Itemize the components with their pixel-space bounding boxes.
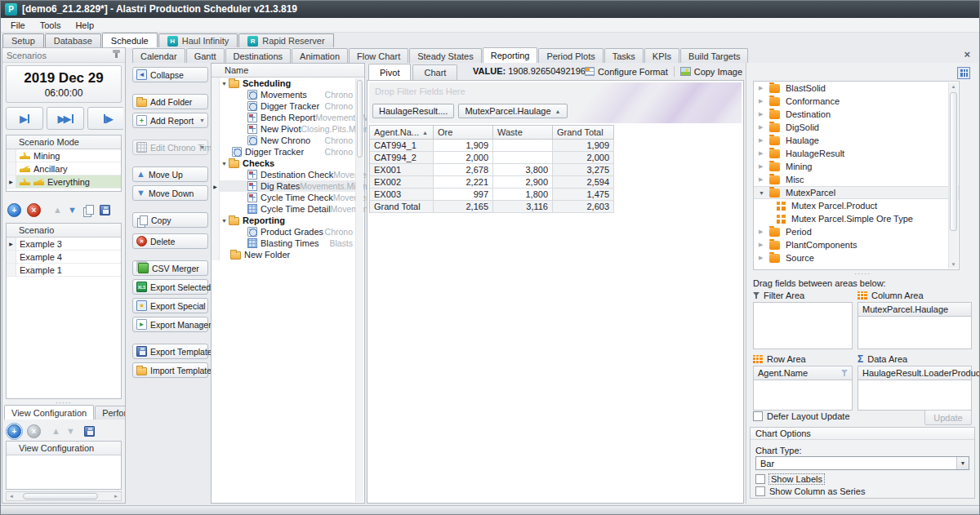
field-folder-plantcomponents[interactable]: ▶PlantComponents: [754, 238, 959, 251]
tree-item-cycle-time-check[interactable]: Cycle Time Check Movements.Mining: [212, 192, 364, 203]
tab-database[interactable]: Database: [45, 33, 101, 47]
tree-item-dig-rates[interactable]: ▶ Dig Rates Movements.Mining: [212, 180, 364, 192]
import-template-button[interactable]: Import Template: [132, 362, 208, 378]
field-folder-mining[interactable]: ▶Mining: [754, 160, 959, 173]
row-area-field-chip[interactable]: Agent.Name: [754, 366, 852, 380]
delete-scenario-button[interactable]: ×: [27, 203, 41, 217]
play-to-end-button[interactable]: ▶: [87, 107, 123, 130]
expand-icon[interactable]: ▶: [759, 229, 769, 235]
expand-icon[interactable]: ▶: [759, 150, 769, 157]
field-folder-misc[interactable]: ▶Misc: [754, 173, 959, 186]
export-selected-button[interactable]: XLSExport Selected: [132, 279, 208, 295]
tab-haul-infinity[interactable]: HHaul Infinity: [158, 33, 238, 47]
save-icon[interactable]: [100, 205, 110, 215]
tab-chart[interactable]: Chart: [412, 64, 457, 80]
tab-performance[interactable]: Performance P: [95, 406, 125, 420]
table-row[interactable]: EX003 997 1,800 1,475: [370, 189, 614, 201]
add-view-button[interactable]: +: [7, 424, 21, 438]
move-down-icon[interactable]: ▼: [66, 427, 75, 436]
chart-type-select[interactable]: Bar ▼: [755, 456, 969, 470]
mode-row-ancillary[interactable]: Ancillary: [7, 162, 121, 175]
expand-icon[interactable]: ▶: [759, 163, 769, 170]
scroll-left-icon[interactable]: ◄: [7, 494, 16, 499]
tab-steady-states[interactable]: Steady States: [409, 48, 482, 63]
field-folder-digsolid[interactable]: ▶DigSolid: [754, 121, 959, 134]
menu-help[interactable]: Help: [68, 18, 101, 32]
edit-chrono-times-button[interactable]: Edit Chrono Times▼: [132, 140, 208, 155]
table-row[interactable]: CAT994_1 1,909 1,909: [370, 140, 614, 152]
tab-flow-chart[interactable]: Flow Chart: [349, 48, 408, 63]
menu-file[interactable]: File: [3, 18, 33, 32]
filter-area-box[interactable]: [753, 302, 853, 349]
tab-kpis[interactable]: KPIs: [644, 48, 679, 63]
tree-header-name[interactable]: Name: [212, 64, 364, 78]
tree-item-bench-report[interactable]: Bench Report Movements.Mining: [212, 112, 364, 123]
tab-destinations[interactable]: Destinations: [225, 48, 292, 63]
field-folder-destination[interactable]: ▶Destination: [754, 108, 959, 121]
tree-item-product-grades[interactable]: Product Grades Chrono: [212, 226, 364, 238]
export-templates-button[interactable]: Export Templates: [132, 344, 208, 359]
expand-icon[interactable]: ▶: [759, 137, 769, 144]
tab-pivot[interactable]: Pivot: [368, 64, 411, 80]
field-folder-mutexparcel[interactable]: ▼MutexParcel: [754, 186, 959, 199]
table-row[interactable]: EX001 2,678 3,800 3,275: [370, 164, 614, 176]
expand-icon[interactable]: ▶: [759, 98, 769, 104]
step-forward-button[interactable]: ▶: [6, 107, 43, 130]
tab-setup[interactable]: Setup: [2, 33, 44, 47]
collapse-button[interactable]: ◄Collapse: [132, 67, 208, 82]
close-icon[interactable]: ×: [964, 49, 970, 60]
tab-period-plots[interactable]: Period Plots: [538, 48, 603, 63]
field-folder-period[interactable]: ▶Period: [754, 225, 959, 238]
delete-button[interactable]: ×Delete: [132, 233, 208, 249]
tree-item-digger-tracker[interactable]: Digger Tracker Chrono: [212, 100, 364, 112]
field-folder-conformance[interactable]: ▶Conformance: [754, 95, 959, 108]
tree-scrollbar[interactable]: [355, 78, 363, 502]
data-field-chip[interactable]: HaulageResult....: [372, 104, 454, 118]
copy-image-button[interactable]: Copy Image: [680, 67, 742, 77]
show-labels-checkbox[interactable]: [755, 474, 765, 484]
field-list-scrollbar[interactable]: ▲▼: [948, 82, 958, 269]
copy-button[interactable]: Copy: [132, 212, 208, 228]
tab-animation[interactable]: Animation: [292, 48, 348, 63]
tree-item-blasting-times[interactable]: Blasting Times Blasts: [212, 238, 364, 249]
fast-forward-button[interactable]: ▶▶: [47, 107, 84, 130]
expand-icon[interactable]: ▶: [759, 124, 769, 131]
horizontal-scrollbar[interactable]: ◄ ►: [6, 491, 122, 501]
collapse-icon[interactable]: ▼: [220, 161, 229, 166]
move-down-icon[interactable]: ▼: [68, 206, 77, 215]
tab-gantt[interactable]: Gantt: [186, 48, 225, 63]
copy-icon[interactable]: [86, 205, 94, 215]
tree-item-destination-check[interactable]: Destination Check Movements.Mining: [212, 169, 364, 180]
table-row[interactable]: EX002 2,221 2,900 2,594: [370, 176, 614, 189]
tab-reporting[interactable]: Reporting: [483, 47, 538, 63]
collapse-icon[interactable]: ▼: [220, 218, 229, 224]
field-item-mutex-simple-ore-type[interactable]: Mutex Parcel.Simple Ore Type: [754, 212, 959, 225]
collapse-icon[interactable]: ▼: [220, 81, 229, 87]
mode-row-everything[interactable]: ▶ Everything: [7, 175, 121, 189]
expand-icon[interactable]: ▶: [759, 111, 769, 118]
tree-item-digger-tracker-root[interactable]: Digger Tracker Chrono: [212, 146, 364, 158]
mode-row-mining[interactable]: Mining: [7, 149, 121, 162]
scenario-mode-header[interactable]: Scenario Mode: [7, 135, 121, 149]
tab-view-configuration[interactable]: View Configuration: [4, 405, 94, 420]
expand-icon[interactable]: ▶: [759, 85, 769, 91]
field-folder-haulage[interactable]: ▶Haulage: [754, 134, 959, 147]
tree-item-new-chrono[interactable]: New Chrono Chrono: [212, 135, 364, 146]
save-grid-icon[interactable]: [84, 426, 95, 437]
grand-total-row[interactable]: Grand Total 2,165 3,116 2,603: [370, 201, 614, 213]
configure-format-button[interactable]: Configure Format: [585, 67, 668, 77]
menu-tools[interactable]: Tools: [33, 18, 69, 32]
scroll-down-icon[interactable]: ▼: [949, 262, 958, 267]
row-area-box[interactable]: Agent.Name: [753, 366, 853, 411]
move-down-button[interactable]: ▼Move Down: [132, 185, 208, 201]
tree-folder-new-folder[interactable]: New Folder: [212, 249, 364, 260]
expand-icon[interactable]: ▶: [759, 242, 769, 248]
add-scenario-button[interactable]: +: [7, 203, 21, 217]
move-up-icon[interactable]: ▲: [53, 206, 62, 215]
tab-rapid-reserver[interactable]: RRapid Reserver: [238, 33, 333, 47]
scenario-header[interactable]: Scenario: [7, 224, 121, 238]
row-field-header[interactable]: Agent.Na...▲: [370, 126, 434, 140]
update-button[interactable]: Update: [924, 410, 972, 425]
scroll-thumb[interactable]: [357, 80, 363, 158]
scenario-row[interactable]: Example 4: [7, 251, 121, 264]
